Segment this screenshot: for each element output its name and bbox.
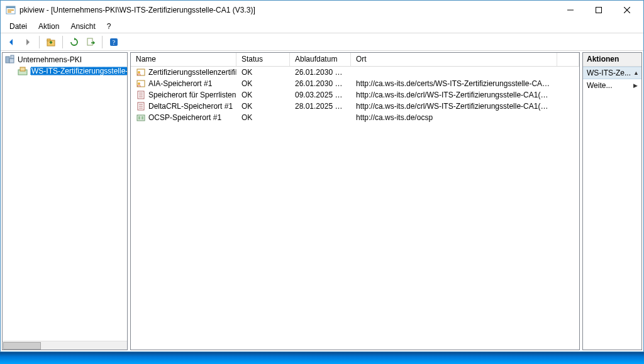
row-expires: 09.03.2025 13:40 <box>290 91 351 99</box>
svg-rect-32 <box>142 116 143 119</box>
tree-pane: Unternehmens-PKI WS-ITS-Zertifizierungss… <box>2 52 128 350</box>
column-status[interactable]: Status <box>236 53 290 66</box>
svg-point-21 <box>138 82 140 85</box>
menu-help[interactable]: ? <box>102 21 116 32</box>
table-row[interactable]: OCSP-Speicherort #1OKhttp://ca.ws-its.de… <box>131 112 579 123</box>
row-name: AIA-Speicherort #1 <box>148 79 212 88</box>
row-icon <box>136 101 146 111</box>
actions-header: Aktionen <box>583 53 641 67</box>
column-name[interactable]: Name <box>131 53 236 66</box>
row-expires: 26.01.2030 13:30 <box>290 68 351 77</box>
column-location[interactable]: Ort <box>351 53 557 66</box>
action-item-ca[interactable]: WS-ITS-Ze... ▲ <box>583 67 641 79</box>
action-item-label: Weite... <box>587 81 612 90</box>
scrollbar-thumb[interactable] <box>3 342 41 350</box>
svg-rect-9 <box>47 39 50 41</box>
svg-rect-17 <box>20 67 25 71</box>
tree-root[interactable]: Unternehmens-PKI <box>3 54 127 65</box>
close-button[interactable] <box>613 1 641 19</box>
row-status: OK <box>236 68 290 77</box>
svg-rect-5 <box>596 8 601 13</box>
row-location: http://ca.ws-its.de/crl/WS-ITS-Zertifizi… <box>351 91 557 99</box>
row-icon <box>136 90 146 100</box>
row-name: Zertifizierungsstellenzertifikat <box>148 68 236 77</box>
app-window: pkiview - [Unternehmens-PKI\WS-ITS-Zerti… <box>0 0 644 352</box>
row-icon <box>136 67 146 77</box>
table-row[interactable]: Speicherort für Sperrlisten-...OK09.03.2… <box>131 89 579 101</box>
svg-rect-13 <box>6 57 9 63</box>
menubar: Datei Aktion Ansicht ? <box>1 19 643 33</box>
window-title: pkiview - [Unternehmens-PKI\WS-ITS-Zerti… <box>19 6 255 14</box>
titlebar: pkiview - [Unternehmens-PKI\WS-ITS-Zerti… <box>1 1 643 19</box>
list-pane: Name Status Ablaufdatum Ort Zertifizieru… <box>130 52 580 350</box>
app-icon <box>6 5 16 15</box>
row-name: OCSP-Speicherort #1 <box>148 113 221 122</box>
svg-rect-1 <box>6 6 15 8</box>
list-body: ZertifizierungsstellenzertifikatOK26.01.… <box>131 67 579 350</box>
table-row[interactable]: ZertifizierungsstellenzertifikatOK26.01.… <box>131 67 579 78</box>
svg-text:?: ? <box>113 39 116 46</box>
table-row[interactable]: AIA-Speicherort #1OK26.01.2030 13:30http… <box>131 78 579 89</box>
svg-rect-15 <box>11 55 14 58</box>
row-name: Speicherort für Sperrlisten-... <box>148 91 236 99</box>
refresh-button[interactable] <box>67 35 81 49</box>
menu-datei[interactable]: Datei <box>4 21 32 32</box>
maximize-button[interactable] <box>584 1 613 19</box>
row-status: OK <box>236 91 290 99</box>
row-icon <box>136 113 146 123</box>
forward-button[interactable] <box>21 35 35 49</box>
collapse-up-icon: ▲ <box>633 70 639 76</box>
submenu-arrow-icon: ▶ <box>633 82 638 89</box>
column-expires[interactable]: Ablaufdatum <box>290 53 351 66</box>
row-status: OK <box>236 113 290 122</box>
row-status: OK <box>236 102 290 111</box>
toolbar-separator <box>39 36 40 48</box>
enterprise-pki-icon <box>5 55 15 65</box>
row-location: http://ca.ws-its.de/crl/WS-ITS-Zertifizi… <box>351 102 557 111</box>
minimize-button[interactable] <box>556 1 584 19</box>
svg-rect-14 <box>9 58 14 63</box>
back-button[interactable] <box>4 35 18 49</box>
row-location: http://ca.ws-its.de/ocsp <box>351 113 557 122</box>
taskbar-strip <box>0 352 644 364</box>
toolbar-separator <box>102 36 103 48</box>
row-status: OK <box>236 79 290 88</box>
menu-aktion[interactable]: Aktion <box>33 21 64 32</box>
action-item-more[interactable]: Weite... ▶ <box>583 79 641 92</box>
svg-point-19 <box>138 71 140 74</box>
up-level-button[interactable] <box>44 35 58 49</box>
horizontal-scrollbar[interactable] <box>3 341 127 350</box>
content-area: Unternehmens-PKI WS-ITS-Zertifizierungss… <box>1 51 643 351</box>
ca-icon <box>18 66 28 76</box>
row-location: http://ca.ws-its.de/certs/WS-ITS-Zertifi… <box>351 79 557 88</box>
help-button[interactable]: ? <box>107 35 121 49</box>
column-extra[interactable] <box>557 53 579 66</box>
svg-rect-10 <box>87 38 92 45</box>
toolbar-separator <box>62 36 63 48</box>
toolbar: ? <box>1 33 643 51</box>
svg-rect-30 <box>137 115 145 121</box>
export-button[interactable] <box>84 35 97 49</box>
tree-child-ca1[interactable]: WS-ITS-Zertifizierungsstelle-CA <box>3 65 127 77</box>
row-expires: 26.01.2030 13:30 <box>290 79 351 88</box>
row-expires: 28.01.2025 01:40 <box>290 102 351 111</box>
svg-rect-31 <box>138 116 140 119</box>
list-header: Name Status Ablaufdatum Ort <box>131 53 579 67</box>
menu-ansicht[interactable]: Ansicht <box>65 21 100 32</box>
tree-root-label: Unternehmens-PKI <box>18 55 82 64</box>
table-row[interactable]: DeltaCRL-Speicherort #1OK28.01.2025 01:4… <box>131 101 579 112</box>
tree-child-label: WS-ITS-Zertifizierungsstelle-CA <box>30 67 127 75</box>
actions-pane: Aktionen WS-ITS-Ze... ▲ Weite... ▶ <box>582 52 642 350</box>
row-icon <box>136 79 146 89</box>
svg-rect-2 <box>8 9 14 11</box>
action-item-label: WS-ITS-Ze... <box>587 69 631 77</box>
row-name: DeltaCRL-Speicherort #1 <box>148 102 233 111</box>
svg-rect-3 <box>8 11 11 13</box>
